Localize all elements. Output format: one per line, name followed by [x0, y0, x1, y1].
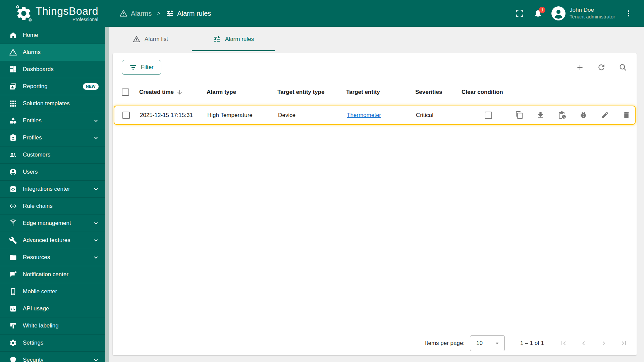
sidebar-item-resources[interactable]: Resources	[0, 249, 105, 266]
search-button[interactable]	[618, 63, 628, 72]
column-severities[interactable]: Severities	[415, 89, 462, 96]
cell-alarm-type: High Temperature	[207, 112, 278, 119]
sidebar-item-advanced-features[interactable]: Advanced features	[0, 232, 105, 249]
sidebar-item-integrations-center[interactable]: Integrations center	[0, 181, 105, 198]
table-row[interactable]: 2025-12-15 17:15:31 High Temperature Dev…	[114, 106, 636, 125]
column-alarm-type[interactable]: Alarm type	[207, 89, 277, 96]
paginator: Items per page: 10 1 – 1 of 1	[113, 331, 637, 355]
sidebar-item-label: Settings	[23, 340, 43, 346]
first-page-button[interactable]	[559, 339, 568, 347]
sidebar-item-rule-chains[interactable]: Rule chains	[0, 198, 105, 215]
dashboard-icon	[9, 65, 17, 73]
sidebar-item-edge-management[interactable]: Edge management	[0, 215, 105, 232]
items-per-page-select[interactable]: 10	[470, 335, 505, 351]
person-icon	[551, 6, 566, 20]
sidebar-item-api-usage[interactable]: API usage	[0, 300, 105, 317]
tab-alarm-list[interactable]: Alarm list	[109, 27, 192, 51]
download-button[interactable]	[536, 111, 545, 120]
column-label: Clear condition	[462, 89, 503, 96]
fullscreen-button[interactable]	[515, 8, 525, 18]
sidebar-item-settings[interactable]: Settings	[0, 335, 105, 352]
thingsboard-logo[interactable]: ThingsBoard Professional	[0, 5, 109, 22]
home-icon	[9, 31, 17, 39]
sidebar-item-users[interactable]: Users	[0, 164, 105, 181]
sidebar-item-label: Edge management	[23, 220, 71, 227]
chevron-down-icon	[93, 220, 99, 227]
tab-alarm-rules[interactable]: Alarm rules	[192, 27, 275, 51]
sidebar-item-label: Advanced features	[23, 237, 70, 244]
copy-button[interactable]	[514, 111, 524, 120]
reporting-icon	[9, 82, 17, 90]
column-label: Target entity	[346, 89, 380, 96]
add-alarm-rule-button[interactable]	[575, 63, 585, 72]
main-content: Alarm list Alarm rules Filter	[109, 27, 644, 362]
column-clear-condition[interactable]: Clear condition	[462, 89, 514, 96]
chevron-down-icon	[93, 237, 99, 244]
tab-label: Alarm list	[145, 36, 168, 43]
tune-icon	[166, 9, 174, 17]
last-page-button[interactable]	[620, 339, 628, 347]
more-vert-icon	[625, 9, 633, 17]
breadcrumb-alarms[interactable]: Alarms	[119, 9, 152, 17]
sidebar-item-label: White labeling	[23, 322, 59, 329]
items-per-page-value: 10	[476, 340, 483, 347]
logo-subtitle: Professional	[72, 17, 98, 22]
sidebar-item-security[interactable]: Security	[0, 352, 105, 362]
caret-down-icon	[494, 340, 500, 347]
sidebar-item-solution-templates[interactable]: Solution templates	[0, 95, 105, 112]
integrations-icon	[9, 185, 17, 193]
app-header: ThingsBoard Professional Alarms > Alarm …	[0, 0, 644, 27]
chevron-down-icon	[93, 134, 99, 141]
sidebar-item-entities[interactable]: Entities	[0, 112, 105, 129]
notification-flag-icon	[9, 270, 17, 279]
column-target-entity[interactable]: Target entity	[346, 89, 415, 96]
next-page-button[interactable]	[600, 339, 608, 347]
alarm-rules-card: Filter Created time	[113, 53, 637, 355]
cell-target-entity-type: Device	[278, 112, 347, 119]
warning-icon	[132, 35, 141, 43]
items-per-page-label: Items per page:	[425, 340, 465, 347]
sidebar-item-dashboards[interactable]: Dashboards	[0, 61, 105, 78]
breadcrumb-label: Alarms	[131, 10, 152, 17]
user-name: John Doe	[570, 7, 615, 13]
breadcrumb-alarm-rules[interactable]: Alarm rules	[166, 9, 211, 17]
breadcrumb-separator: >	[157, 10, 160, 17]
select-all-checkbox[interactable]	[122, 88, 129, 96]
row-checkbox[interactable]	[122, 112, 130, 119]
column-label: Created time	[139, 89, 174, 96]
sidebar-item-alarms[interactable]: Alarms	[0, 44, 105, 61]
edit-button[interactable]	[600, 111, 609, 120]
sidebar-scrollbar[interactable]	[105, 27, 109, 362]
sidebar-item-home[interactable]: Home	[0, 27, 105, 44]
sidebar-item-customers[interactable]: Customers	[0, 146, 105, 164]
sidebar-item-mobile-center[interactable]: Mobile center	[0, 283, 105, 300]
warning-icon	[9, 48, 17, 56]
grid-icon	[9, 100, 17, 108]
table-header-row: Created time Alarm type Target entity ty…	[113, 84, 637, 101]
page-range: 1 – 1 of 1	[520, 340, 544, 347]
user-icon	[9, 168, 17, 176]
target-entity-link[interactable]: Thermometer	[347, 112, 381, 118]
column-target-entity-type[interactable]: Target entity type	[277, 89, 346, 96]
previous-page-button[interactable]	[580, 339, 588, 347]
sidebar-item-notification-center[interactable]: Notification center	[0, 266, 105, 283]
debug-button[interactable]	[579, 111, 588, 120]
sidebar-item-label: Customers	[23, 152, 50, 158]
tools-icon	[9, 236, 17, 244]
chevron-down-icon	[93, 254, 99, 261]
user-menu[interactable]: John Doe Tenant administrator	[551, 6, 615, 20]
delete-button[interactable]	[622, 111, 631, 120]
chevron-down-icon	[93, 357, 99, 362]
filter-button[interactable]: Filter	[122, 60, 161, 75]
more-vert-button[interactable]	[624, 9, 633, 18]
sidebar-item-white-labeling[interactable]: White labeling	[0, 317, 105, 335]
edge-antenna-icon	[9, 219, 17, 227]
sidebar-item-reporting[interactable]: Reporting NEW	[0, 78, 105, 95]
chevron-down-icon	[93, 117, 99, 124]
refresh-button[interactable]	[597, 63, 606, 72]
pending-actions-button[interactable]	[557, 111, 567, 120]
clear-condition-checkbox[interactable]	[485, 112, 492, 119]
column-created-time[interactable]: Created time	[139, 89, 207, 96]
notifications-button[interactable]: 1	[533, 9, 543, 18]
sidebar-item-profiles[interactable]: Profiles	[0, 129, 105, 146]
